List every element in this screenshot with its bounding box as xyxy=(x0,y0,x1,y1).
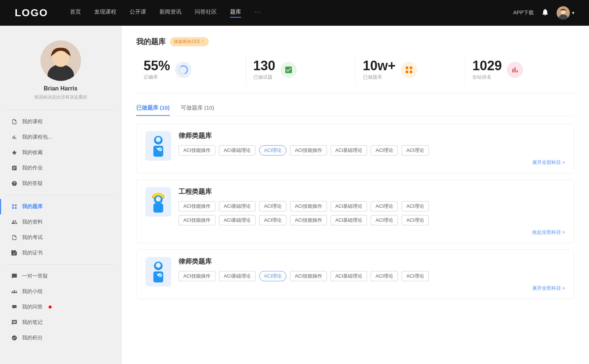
qbank-icon-lawyer-2 xyxy=(145,257,171,286)
tag-0-3[interactable]: ACI技能操作 xyxy=(290,145,327,156)
sidebar-item-favorites[interactable]: 我的收藏 xyxy=(0,145,121,160)
sidebar-item-label: 我的笔记 xyxy=(22,319,43,326)
question-icon xyxy=(11,180,18,187)
profile-avatar xyxy=(40,40,81,81)
sidebar-item-my-points[interactable]: 我的积分 xyxy=(0,330,121,346)
tag-1-0[interactable]: ACI技能操作 xyxy=(179,201,215,211)
sidebar-item-my-course[interactable]: 我的课程 xyxy=(0,114,121,129)
svg-rect-10 xyxy=(154,146,163,157)
sidebar-item-one-on-one[interactable]: 一对一答疑 xyxy=(0,268,121,284)
sidebar: Brian Harris 错误的决定比没有决定要好 我的课程 我的课程包... … xyxy=(0,26,121,364)
tag-2-2[interactable]: ACI理论 xyxy=(259,271,286,281)
tag-1b-4[interactable]: ACI基础理论 xyxy=(331,215,367,225)
tag-1-5[interactable]: ACI理论 xyxy=(371,201,398,211)
nav-news[interactable]: 新闻资讯 xyxy=(159,8,181,18)
qbank-card-1: 工程类题库 ACI技能操作 ACI基础理论 ACI理论 ACI技能操作 ACI基… xyxy=(136,179,574,243)
bar-icon xyxy=(11,134,18,140)
svg-point-6 xyxy=(53,51,69,67)
stat-label-accuracy: 正确率 xyxy=(144,74,170,81)
tag-1b-0[interactable]: ACI技能操作 xyxy=(179,215,215,225)
sidebar-item-my-cert[interactable]: 我的证书 xyxy=(0,245,121,261)
stat-done-banks: 10w+ 已做题库 xyxy=(356,56,465,84)
stat-number-done: 130 xyxy=(253,59,275,72)
tag-2-1[interactable]: ACI基础理论 xyxy=(219,271,256,281)
sidebar-item-label: 我的收藏 xyxy=(22,149,43,156)
tag-0-1[interactable]: ACI基础理论 xyxy=(219,145,256,156)
sidebar-item-homework[interactable]: 我的作业 xyxy=(0,160,121,176)
tag-0-0[interactable]: ACI技能操作 xyxy=(179,145,215,156)
stat-done-questions: 130 已做试题 xyxy=(246,56,356,84)
tag-0-4[interactable]: ACI基础理论 xyxy=(331,145,367,156)
tag-1-6[interactable]: ACI理论 xyxy=(402,201,429,211)
tag-1-3[interactable]: ACI技能操作 xyxy=(290,201,327,211)
sidebar-divider-3 xyxy=(7,264,114,265)
stat-label-done: 已做试题 xyxy=(253,74,275,81)
tag-0-6[interactable]: ACI理论 xyxy=(402,145,429,156)
nav-qbank[interactable]: 题库 xyxy=(230,8,241,18)
tags-row-1a: ACI技能操作 ACI基础理论 ACI理论 ACI技能操作 ACI基础理论 AC… xyxy=(179,201,565,211)
tag-1b-6[interactable]: ACI理论 xyxy=(402,215,429,225)
sidebar-item-my-group[interactable]: 我的小组 xyxy=(0,284,121,299)
sidebar-item-label: 一对一答疑 xyxy=(22,273,48,279)
main-layout: Brian Harris 错误的决定比没有决定要好 我的课程 我的课程包... … xyxy=(0,26,589,364)
sidebar-item-my-notes[interactable]: 我的笔记 xyxy=(0,315,121,330)
trial-badge: 体验剩余23天！ xyxy=(170,37,209,46)
sidebar-item-my-questions[interactable]: 我的问答 xyxy=(0,299,121,315)
tag-1b-1[interactable]: ACI基础理论 xyxy=(219,215,256,225)
sidebar-item-label: 我的问答 xyxy=(22,304,43,310)
tab-done-banks[interactable]: 已做题库 (10) xyxy=(136,104,170,116)
sidebar-item-my-profile[interactable]: 我的资料 xyxy=(0,214,121,230)
qbank-title-2: 律师类题库 xyxy=(179,257,565,266)
stats-row: 55% 正确率 130 已做试题 xyxy=(136,56,574,93)
chevron-down-icon: ▾ xyxy=(572,10,574,15)
nav-opencourse[interactable]: 公开课 xyxy=(130,8,146,18)
tags-row-0: ACI技能操作 ACI基础理论 ACI理论 ACI技能操作 ACI基础理论 AC… xyxy=(179,145,565,156)
medal-icon xyxy=(11,335,18,341)
nav-home[interactable]: 首页 xyxy=(70,8,81,18)
nav-more[interactable]: ··· xyxy=(254,8,261,18)
sidebar-item-label: 我的课程 xyxy=(22,118,43,125)
tag-2-4[interactable]: ACI基础理论 xyxy=(331,271,367,281)
grid-icon xyxy=(11,203,18,210)
task-icon xyxy=(11,165,18,171)
sidebar-item-my-exam[interactable]: 我的考试 xyxy=(0,230,121,245)
sidebar-item-my-qa[interactable]: 我的答疑 xyxy=(0,176,121,191)
nav-discover[interactable]: 发现课程 xyxy=(94,8,116,18)
app-download-link[interactable]: APP下载 xyxy=(513,10,534,16)
tag-1b-5[interactable]: ACI理论 xyxy=(371,215,398,225)
done-banks-icon xyxy=(401,62,417,78)
tab-available-banks[interactable]: 可做题库 (10) xyxy=(181,104,214,116)
notification-bell[interactable] xyxy=(541,8,549,18)
sidebar-item-label: 我的答疑 xyxy=(22,180,43,187)
tag-1-4[interactable]: ACI基础理论 xyxy=(331,201,367,211)
tag-0-5[interactable]: ACI理论 xyxy=(371,145,398,156)
svg-point-17 xyxy=(156,197,161,201)
qbank-icon-engineering xyxy=(145,187,171,217)
qbank-title-0: 律师类题库 xyxy=(179,131,565,140)
tag-2-5[interactable]: ACI理论 xyxy=(371,271,398,281)
logo: LOGO xyxy=(15,7,48,19)
sidebar-item-course-package[interactable]: 我的课程包... xyxy=(0,129,121,145)
tag-1b-3[interactable]: ACI技能操作 xyxy=(290,215,327,225)
tag-2-6[interactable]: ACI理论 xyxy=(402,271,429,281)
sidebar-item-my-qbank[interactable]: 我的题库 xyxy=(0,199,121,214)
tag-1b-2[interactable]: ACI理论 xyxy=(259,215,286,225)
tag-1-2[interactable]: ACI理论 xyxy=(259,201,286,211)
tag-2-3[interactable]: ACI技能操作 xyxy=(290,271,327,281)
cert-icon xyxy=(11,250,18,256)
navbar: LOGO 首页 发现课程 公开课 新闻资讯 问答社区 题库 ··· APP下载 … xyxy=(0,0,589,26)
people-icon xyxy=(11,219,18,225)
tag-2-0[interactable]: ACI技能操作 xyxy=(179,271,215,281)
nav-qa[interactable]: 问答社区 xyxy=(195,8,217,18)
qbank-title-1: 工程类题库 xyxy=(179,187,565,196)
expand-link-0[interactable]: 展开全部科目 > xyxy=(179,159,565,166)
tag-1-1[interactable]: ACI基础理论 xyxy=(219,201,256,211)
expand-link-2[interactable]: 展开全部科目 > xyxy=(179,285,565,292)
sidebar-item-label: 我的考试 xyxy=(22,234,43,241)
navbar-right: APP下载 ▾ xyxy=(513,6,574,19)
user-avatar-menu[interactable]: ▾ xyxy=(557,6,574,19)
collapse-link-1[interactable]: 收起全部科目 > xyxy=(179,229,565,236)
tag-0-2[interactable]: ACI理论 xyxy=(259,145,286,156)
stat-number-banks: 10w+ xyxy=(363,59,396,72)
stat-label-banks: 已做题库 xyxy=(363,74,396,81)
